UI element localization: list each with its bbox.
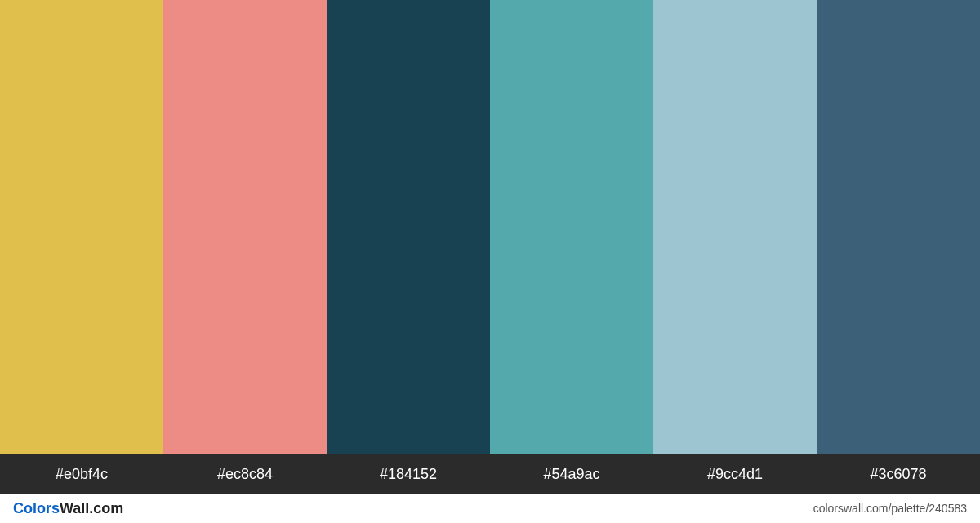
color-swatch: [490, 0, 653, 454]
brand-part2: Wall.com: [60, 500, 123, 516]
hex-label: #9cc4d1: [653, 454, 817, 494]
color-swatch: [817, 0, 980, 454]
color-swatch: [163, 0, 327, 454]
hex-label: #184152: [327, 454, 490, 494]
color-swatch: [0, 0, 163, 454]
footer: ColorsWall.com colorswall.com/palette/24…: [0, 494, 980, 523]
color-swatch: [653, 0, 817, 454]
hex-label: #3c6078: [817, 454, 980, 494]
hex-label: #ec8c84: [163, 454, 327, 494]
brand-part1: Colors: [13, 500, 60, 516]
palette-url: colorswall.com/palette/240583: [813, 502, 967, 515]
palette: [0, 0, 980, 454]
color-swatch: [327, 0, 490, 454]
hex-label: #54a9ac: [490, 454, 653, 494]
hex-label: #e0bf4c: [0, 454, 163, 494]
brand-logo: ColorsWall.com: [13, 500, 123, 517]
hex-bar: #e0bf4c #ec8c84 #184152 #54a9ac #9cc4d1 …: [0, 454, 980, 494]
